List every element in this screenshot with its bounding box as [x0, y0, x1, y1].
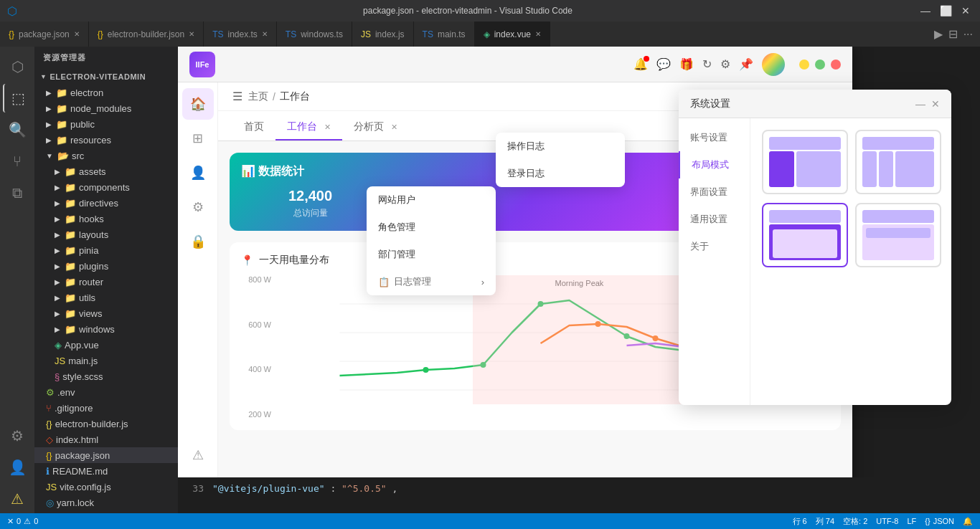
folder-components[interactable]: ▶ 📁 components [34, 179, 178, 195]
user-avatar[interactable] [762, 53, 785, 76]
pin-icon[interactable]: 📌 [739, 57, 753, 71]
sidebar-dashboard-icon[interactable]: ⊞ [182, 123, 214, 154]
file-electron-builder-js[interactable]: {} electron-builder.js [34, 416, 178, 432]
activity-search-icon[interactable]: 🔍 [3, 115, 32, 144]
tab-package-json[interactable]: {} package.json ✕ [0, 22, 89, 47]
curly-icon: {} [925, 517, 930, 525]
activity-git-icon[interactable]: ⑂ [3, 147, 32, 176]
folder-directives[interactable]: ▶ 📁 directives [34, 195, 178, 211]
close-button[interactable]: ✕ [958, 5, 973, 16]
activity-settings-icon[interactable]: ⚙ [3, 421, 32, 450]
folder-pinia[interactable]: ▶ 📁 pinia [34, 242, 178, 258]
activity-account-icon[interactable]: 👤 [3, 453, 32, 482]
file-style-scss[interactable]: § style.scss [34, 368, 178, 384]
app-minimize-button[interactable]: — [799, 59, 809, 70]
settings-nav-account[interactable]: 账号设置 [679, 124, 750, 151]
folder-hooks[interactable]: ▶ 📁 hooks [34, 211, 178, 227]
menu-item-dept-management[interactable]: 部门管理 [367, 241, 496, 268]
activity-explorer-icon[interactable]: ⬚ [3, 84, 32, 113]
tab-index-js[interactable]: JS index.js [352, 22, 414, 47]
tab-electron-builder[interactable]: {} electron-builder.json ✕ [89, 22, 204, 47]
sidebar-home-icon[interactable]: 🏠 [182, 88, 214, 120]
tab-home[interactable]: 首页 [232, 115, 275, 140]
sidebar-gear-icon[interactable]: ⚙ [182, 191, 214, 223]
settings-nav-layout[interactable]: 布局模式 [679, 151, 750, 178]
tab-main-ts[interactable]: TS main.ts [414, 22, 475, 47]
file-app-vue[interactable]: ◈ App.vue [34, 337, 178, 353]
file-package-json[interactable]: {} package.json [34, 447, 178, 463]
app-maximize-button[interactable]: ⬜ [815, 59, 825, 70]
notification-bell-icon[interactable]: 🔔 [633, 57, 648, 71]
menu-item-log-management[interactable]: 📋 日志管理 › [367, 268, 496, 295]
layout-option-1[interactable] [762, 130, 848, 194]
refresh-icon[interactable]: ↻ [702, 57, 712, 71]
tab-analytics[interactable]: 分析页 ✕ [342, 115, 409, 140]
settings-minimize-button[interactable]: — [915, 98, 925, 110]
folder-utils[interactable]: ▶ 📁 utils [34, 290, 178, 305]
sub-menu-item-operation-log[interactable]: 操作日志 [496, 133, 625, 160]
sidebar-user-icon[interactable]: 👤 [182, 157, 214, 189]
layout-option-2[interactable] [855, 130, 941, 194]
settings-icon[interactable]: ⚙ [720, 57, 730, 71]
file-gitignore[interactable]: ⑂ .gitignore [34, 400, 178, 416]
folder-node-modules[interactable]: ▶ 📁 node_modules [34, 100, 178, 116]
status-notifications-icon[interactable]: 🔔 [963, 516, 973, 527]
tab-close-icon[interactable]: ✕ [189, 30, 194, 38]
app-close-button[interactable]: ✕ [831, 59, 841, 70]
folder-resources[interactable]: ▶ 📁 resources [34, 132, 178, 148]
folder-views[interactable]: ▶ 📁 views [34, 305, 178, 321]
sidebar-lock-icon[interactable]: 🔒 [182, 226, 214, 257]
activity-extensions-icon[interactable]: ⧉ [3, 178, 32, 207]
folder-icon: 📂 [57, 151, 69, 161]
folder-src[interactable]: ▼ 📂 src [34, 148, 178, 163]
status-errors[interactable]: ✕ 0 ⚠ 0 [7, 517, 38, 526]
tab-analytics-close[interactable]: ✕ [391, 123, 397, 131]
message-icon[interactable]: 💬 [656, 57, 671, 71]
status-language[interactable]: {} JSON [925, 516, 954, 527]
file-vite-config[interactable]: JS vite.config.js [34, 479, 178, 495]
tab-windows-ts[interactable]: TS windows.ts [277, 22, 352, 47]
settings-close-button[interactable]: ✕ [931, 98, 940, 110]
layout-option-4[interactable] [855, 203, 941, 267]
minimize-button[interactable]: — [918, 5, 933, 16]
file-main-js[interactable]: JS main.js [34, 353, 178, 368]
folder-windows[interactable]: ▶ 📁 windows [34, 321, 178, 337]
activity-warning-icon[interactable]: ⚠ [3, 485, 32, 513]
settings-layout-content [750, 118, 951, 405]
tab-close-icon[interactable]: ✕ [262, 30, 268, 38]
project-root[interactable]: ▼ ELECTRON-VITEADMIN [34, 69, 178, 85]
folder-layouts[interactable]: ▶ 📁 layouts [34, 227, 178, 242]
file-yarn-lock[interactable]: ◎ yarn.lock [34, 495, 178, 510]
folder-public[interactable]: ▶ 📁 public [34, 116, 178, 132]
folder-assets[interactable]: ▶ 📁 assets [34, 163, 178, 179]
folder-router[interactable]: ▶ 📁 router [34, 274, 178, 290]
folder-plugins[interactable]: ▶ 📁 plugins [34, 258, 178, 274]
sidebar-warning-icon[interactable]: ⚠ [182, 439, 214, 471]
tab-workbench[interactable]: 工作台 ✕ [275, 115, 342, 140]
file-index-html[interactable]: ◇ index.html [34, 432, 178, 447]
menu-hamburger-icon[interactable]: ☰ [232, 90, 242, 103]
activity-vscode-icon[interactable]: ⬡ [3, 52, 32, 81]
lp3-top-bar [769, 210, 841, 223]
settings-nav-interface[interactable]: 界面设置 [679, 178, 750, 206]
tab-workbench-close[interactable]: ✕ [324, 123, 331, 131]
settings-nav-general[interactable]: 通用设置 [679, 206, 750, 233]
tab-index-ts[interactable]: TS index.ts ✕ [204, 22, 277, 47]
maximize-button[interactable]: ⬜ [938, 5, 953, 16]
tab-close-icon[interactable]: ✕ [74, 30, 80, 38]
tab-close-icon[interactable]: ✕ [535, 30, 541, 38]
file-env[interactable]: ⚙ .env [34, 384, 178, 400]
tab-index-vue[interactable]: ◈ index.vue ✕ [475, 22, 550, 47]
run-icon[interactable]: ▶ [934, 27, 943, 41]
sub-menu-item-login-log[interactable]: 登录日志 [496, 160, 625, 187]
folder-arrow: ▶ [46, 89, 52, 97]
folder-electron[interactable]: ▶ 📁 electron [34, 85, 178, 100]
gift-icon[interactable]: 🎁 [679, 57, 694, 71]
more-actions-icon[interactable]: ··· [963, 28, 973, 41]
split-editor-icon[interactable]: ⊟ [948, 27, 958, 41]
file-readme[interactable]: ℹ README.md [34, 463, 178, 479]
menu-item-website-users[interactable]: 网站用户 [367, 186, 496, 214]
menu-item-role-management[interactable]: 角色管理 [367, 214, 496, 241]
settings-nav-about[interactable]: 关于 [679, 233, 750, 260]
layout-option-3[interactable] [762, 203, 848, 267]
